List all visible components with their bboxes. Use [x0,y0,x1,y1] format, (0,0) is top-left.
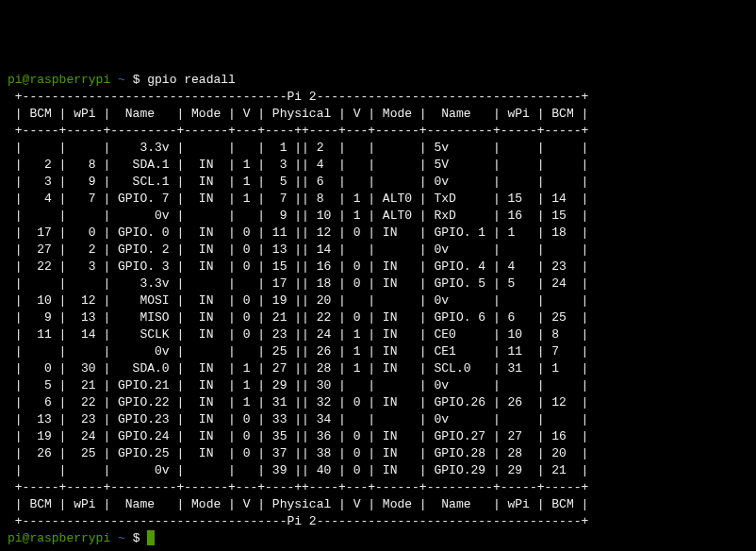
cursor [147,530,155,545]
table-row: | 9 | 13 | MISO | IN | 0 | 21 || 22 | 0 … [8,309,748,326]
table-row: | 13 | 23 | GPIO.23 | IN | 0 | 33 || 34 … [8,411,748,428]
table-row: | 17 | 0 | GPIO. 0 | IN | 0 | 11 || 12 |… [8,225,748,242]
prompt-line[interactable]: pi@raspberrypi ~ $ [8,530,748,547]
table-row: | 26 | 25 | GPIO.25 | IN | 0 | 37 || 38 … [8,445,748,462]
table-row: | 27 | 2 | GPIO. 2 | IN | 0 | 13 || 14 |… [8,242,748,259]
table-row: | 10 | 12 | MOSI | IN | 0 | 19 || 20 | |… [8,292,748,309]
table-row: | 22 | 3 | GPIO. 3 | IN | 0 | 15 || 16 |… [8,259,748,276]
table-row: | | | 0v | | | 39 || 40 | 0 | IN | GPIO.… [8,462,748,479]
table-row: | | | 0v | | | 25 || 26 | 1 | IN | CE1 |… [8,343,748,360]
table-row: | BCM | wPi | Name | Mode | V | Physical… [8,106,748,123]
table-row: +-----+-----+---------+------+---+----++… [8,479,748,496]
table-row: | 3 | 9 | SCL.1 | IN | 1 | 5 || 6 | | | … [8,174,748,191]
table-row: | | | 3.3v | | | 17 || 18 | 0 | IN | GPI… [8,276,748,292]
prompt-cwd: ~ [118,73,125,87]
table-row: | 5 | 21 | GPIO.21 | IN | 1 | 29 || 30 |… [8,377,748,394]
table-row: +------------------------------------Pi … [8,89,748,106]
table-row: +-----+-----+---------+------+---+----++… [8,123,748,140]
table-row: | | | 3.3v | | | 1 || 2 | | | 5v | | | [8,140,748,157]
command-text: gpio readall [147,73,236,87]
table-row: +------------------------------------Pi … [8,513,748,530]
prompt-dollar: $ [125,73,147,87]
table-row: | 2 | 8 | SDA.1 | IN | 1 | 3 || 4 | | | … [8,157,748,174]
table-row: | BCM | wPi | Name | Mode | V | Physical… [8,496,748,513]
table-row: | | | 0v | | | 9 || 10 | 1 | ALT0 | RxD … [8,208,748,225]
table-row: | 0 | 30 | SDA.0 | IN | 1 | 27 || 28 | 1… [8,360,748,377]
prompt-userhost: pi@raspberrypi [8,73,110,87]
command-line: pi@raspberrypi ~ $ gpio readall [8,72,748,89]
table-row: | 6 | 22 | GPIO.22 | IN | 1 | 31 || 32 |… [8,394,748,411]
table-row: | 11 | 14 | SCLK | IN | 0 | 23 || 24 | 1… [8,326,748,343]
prompt-userhost: pi@raspberrypi [8,531,110,545]
terminal-output: pi@raspberrypi ~ $ gpio readall +-------… [8,72,748,547]
prompt-dollar: $ [125,531,147,545]
table-row: | 19 | 24 | GPIO.24 | IN | 0 | 35 || 36 … [8,428,748,445]
prompt-cwd: ~ [118,531,125,545]
table-row: | 4 | 7 | GPIO. 7 | IN | 1 | 7 || 8 | 1 … [8,191,748,208]
